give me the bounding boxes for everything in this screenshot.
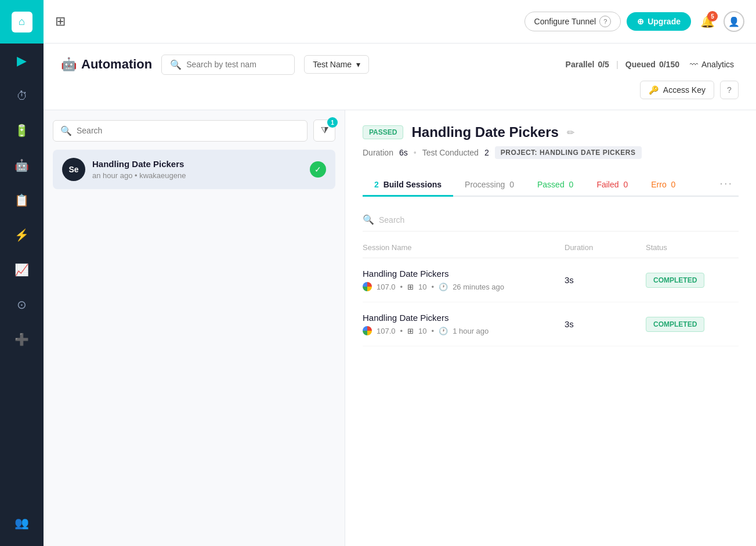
meta-dot-2: • [432,283,435,291]
builds-search[interactable]: 🔍 [53,120,308,142]
search-icon: 🔍 [60,125,72,136]
build-meta: an hour ago • kwakaeugene [92,171,303,180]
build-name: Handling Date Pickers [92,159,303,169]
build-duration-row: Duration 6s • Test Conducted 2 PROJECT: … [363,146,739,159]
dropdown-label: Test Name [313,60,352,69]
tab-processing[interactable]: Processing 0 [453,174,526,197]
tab-error-label: Erro [651,180,666,189]
sidebar-item-lightning[interactable]: ⚡ [0,218,44,252]
session-row[interactable]: Handling Date Pickers 107.0 • ⊞ 10 • 🕐 2… [363,258,739,302]
tab-failed-count: 0 [623,180,628,189]
tab-failed[interactable]: Failed 0 [585,174,639,197]
sidebar-item-team[interactable]: 👥 [0,505,44,540]
session-name: Handling Date Pickers [363,269,565,279]
queued-label: Queued [625,60,656,69]
parallel-label: Parallel [566,60,595,69]
session-meta: 107.0 • ⊞ 10 • 🕐 26 minutes ago [363,282,565,291]
test-search-bar[interactable]: 🔍 [161,55,295,75]
subheader-right: Parallel 0/5 | Queued 0/150 〰 Analytics [566,57,739,71]
build-list-item[interactable]: Se Handling Date Pickers an hour ago • k… [53,150,335,189]
os-version: 10 [418,283,426,291]
test-search-input[interactable] [186,60,286,69]
sidebar-item-trending[interactable]: 📈 [0,252,44,287]
parallel-value: 0/5 [598,60,609,69]
subheader-left: 🤖 Automation 🔍 Test Name ▾ [61,55,369,75]
clock-icon: 🕐 [439,327,448,335]
main-content: ⊞ Configure Tunnel ? ⊕ Upgrade 🔔 5 👤 🤖 [44,0,756,546]
session-row[interactable]: Handling Date Pickers 107.0 • ⊞ 10 • 🕐 1… [363,302,739,346]
build-detail-panel: PASSED Handling Date Pickers ✏ Duration … [345,110,756,546]
logo-icon: ⌂ [12,12,32,32]
builds-search-input[interactable] [77,126,300,135]
session-search-placeholder: Search [379,215,404,225]
tunnel-help-icon: ? [599,16,611,27]
sidebar-item-dashboard[interactable]: ⏱ [0,78,44,113]
top-navigation: ⊞ Configure Tunnel ? ⊕ Upgrade 🔔 5 👤 [44,0,756,44]
page-title-area: 🤖 Automation [61,57,152,72]
content-area: 🔍 ⧩ 1 Se Handling Date Pickers an hour a… [44,110,756,546]
browser-version: 107.0 [377,327,396,335]
user-avatar[interactable]: 👤 [724,11,744,32]
session-info: Handling Date Pickers 107.0 • ⊞ 10 • 🕐 1… [363,313,565,335]
filter-icon: ⧩ [321,125,328,136]
col-header-status: Status [646,243,739,252]
analytics-icon: 〰 [690,60,698,69]
tabs-more-button[interactable]: ··· [714,171,739,196]
queued-value: 0/150 [659,60,679,69]
sessions-table-header: Session Name Duration Status [363,237,739,258]
build-avatar: Se [62,158,85,181]
sidebar-item-files[interactable]: 📋 [0,183,44,218]
builds-panel: 🔍 ⧩ 1 Se Handling Date Pickers an hour a… [44,110,345,546]
tab-error[interactable]: Erro 0 [639,174,687,197]
os-version: 10 [418,327,426,335]
meta-dot: • [400,283,403,291]
sidebar-item-forward[interactable]: ▶ [0,44,44,78]
tab-build-sessions[interactable]: 2 Build Sessions [363,174,453,197]
tab-processing-label: Processing [465,180,505,189]
windows-icon: ⊞ [407,283,414,291]
sidebar-item-logs[interactable]: 🔋 [0,113,44,148]
completed-badge: COMPLETED [646,273,704,288]
browser-version: 107.0 [377,283,396,291]
session-meta: 107.0 • ⊞ 10 • 🕐 1 hour ago [363,326,565,335]
session-time: 26 minutes ago [453,283,504,291]
test-name-dropdown[interactable]: Test Name ▾ [304,55,369,74]
sidebar-item-add[interactable]: ➕ [0,322,44,357]
topnav-right: Configure Tunnel ? ⊕ Upgrade 🔔 5 👤 [525,11,744,32]
duration-value: 6s [399,148,408,157]
session-status: COMPLETED [646,273,739,288]
logo-button[interactable]: ⌂ [0,0,44,44]
tab-passed[interactable]: Passed 0 [526,174,585,197]
tab-passed-count: 0 [569,180,574,189]
build-detail-title: Handling Date Pickers [411,124,558,140]
sidebar-item-automation[interactable]: 🤖 [0,148,44,183]
configure-tunnel-button[interactable]: Configure Tunnel ? [525,12,621,31]
topnav-left: ⊞ [55,14,66,29]
sub-header: 🤖 Automation 🔍 Test Name ▾ Parallel 0/5 … [44,44,756,110]
session-search-icon: 🔍 [363,214,374,225]
grid-icon[interactable]: ⊞ [55,14,66,29]
build-info: Handling Date Pickers an hour ago • kwak… [92,159,303,180]
edit-icon[interactable]: ✏ [567,127,574,138]
analytics-button[interactable]: 〰 Analytics [685,57,739,71]
upgrade-button[interactable]: ⊕ Upgrade [627,12,691,31]
subheader-top-row: 🤖 Automation 🔍 Test Name ▾ Parallel 0/5 … [61,55,739,75]
sidebar-item-layers[interactable]: ⊙ [0,287,44,322]
tab-failed-label: Failed [596,180,618,189]
analytics-label: Analytics [701,60,734,69]
help-button[interactable]: ? [720,81,739,99]
search-icon: 🔍 [170,59,182,70]
col-header-duration: Duration [565,243,646,252]
tab-build-sessions-count: 2 [374,180,379,189]
completed-badge: COMPLETED [646,317,704,332]
session-status: COMPLETED [646,317,739,332]
clock-icon: 🕐 [439,283,448,291]
tab-build-sessions-label: Build Sessions [384,180,442,189]
separator-dot-1: • [414,148,417,157]
access-key-button[interactable]: 🔑 Access Key [640,81,714,99]
avatar-initials: Se [68,165,78,174]
sessions-tabs: 2 Build Sessions Processing 0 Passed 0 F… [363,171,739,197]
filter-button[interactable]: ⧩ 1 [313,120,335,142]
notifications-button[interactable]: 🔔 5 [697,11,718,32]
windows-icon: ⊞ [407,327,414,335]
